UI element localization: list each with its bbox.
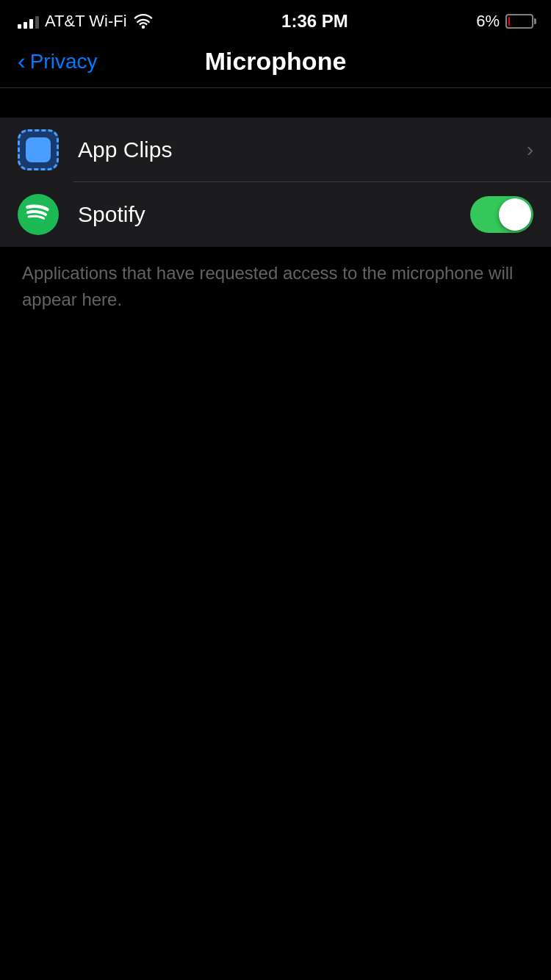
battery-icon [505, 14, 533, 29]
toggle-knob [499, 198, 531, 231]
battery-fill [508, 17, 510, 26]
status-time: 1:36 PM [281, 11, 348, 32]
app-clips-label: App Clips [78, 137, 527, 162]
navigation-bar: ‹ Privacy Microphone [0, 40, 551, 88]
back-label: Privacy [30, 50, 98, 73]
section-spacer [0, 88, 551, 118]
chevron-right-icon: › [527, 138, 533, 162]
signal-bar-4 [35, 16, 39, 29]
status-left: AT&T Wi-Fi [18, 12, 154, 31]
signal-bars-icon [18, 14, 39, 29]
list-item-spotify: Spotify [0, 182, 551, 247]
status-bar: AT&T Wi-Fi 1:36 PM 6% [0, 0, 551, 40]
signal-bar-1 [18, 24, 21, 29]
spotify-icon [18, 194, 59, 235]
app-clips-icon-inner [26, 137, 51, 162]
app-clips-icon [18, 129, 59, 170]
footer-description: Applications that have requested access … [0, 247, 551, 326]
carrier-label: AT&T Wi-Fi [45, 12, 127, 31]
back-chevron-icon: ‹ [18, 49, 26, 73]
apps-list-section: App Clips › Spotify [0, 118, 551, 247]
signal-bar-3 [29, 19, 33, 29]
spotify-logo-icon [25, 201, 51, 228]
list-item-app-clips[interactable]: App Clips › [0, 118, 551, 182]
back-button[interactable]: ‹ Privacy [18, 50, 97, 73]
status-right: 6% [476, 12, 533, 31]
spotify-microphone-toggle[interactable] [470, 196, 533, 233]
battery-percent: 6% [476, 12, 500, 31]
wifi-icon [133, 14, 154, 29]
spotify-label: Spotify [78, 202, 470, 227]
signal-bar-2 [24, 22, 27, 29]
page-title: Microphone [205, 47, 347, 76]
